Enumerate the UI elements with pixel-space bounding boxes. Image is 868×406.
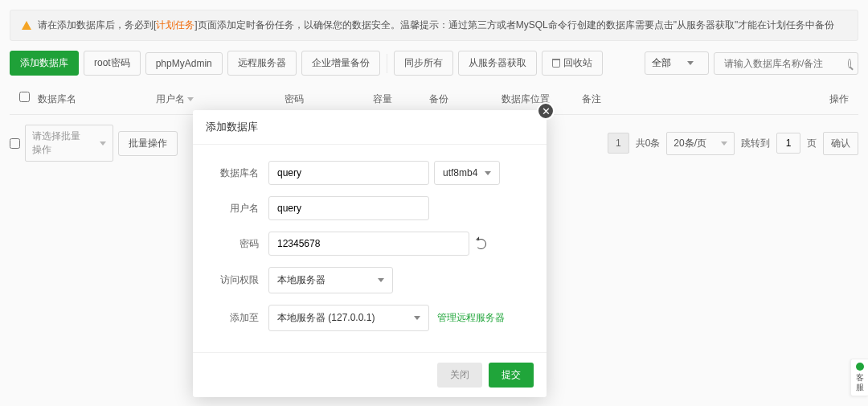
label-addto: 添加至 [212, 311, 268, 325]
modal-submit-button[interactable]: 提交 [489, 363, 534, 388]
service-icon [856, 363, 864, 371]
perm-value: 本地服务器 [277, 273, 326, 287]
label-user: 用户名 [212, 202, 268, 215]
dbname-input[interactable] [268, 161, 429, 185]
addto-select[interactable]: 本地服务器 (127.0.0.1) [268, 305, 429, 331]
label-perm: 访问权限 [212, 273, 268, 287]
add-db-modal: ✕ 添加数据库 数据库名 utf8mb4 用户名 密码 访问权限 本地服务器 添… [193, 110, 547, 397]
pwd-input[interactable] [268, 232, 469, 256]
modal-title: 添加数据库 [193, 110, 547, 145]
customer-service-tab[interactable]: 客服 [850, 359, 868, 396]
service-label: 客服 [856, 373, 864, 392]
refresh-icon[interactable] [476, 239, 486, 249]
addto-value: 本地服务器 (127.0.0.1) [277, 311, 375, 325]
modal-close-button[interactable]: ✕ [537, 102, 555, 120]
manage-remote-link[interactable]: 管理远程服务器 [437, 311, 505, 325]
charset-select[interactable]: utf8mb4 [434, 161, 500, 185]
modal-cancel-button[interactable]: 关闭 [437, 363, 482, 388]
user-input[interactable] [268, 196, 429, 220]
perm-select[interactable]: 本地服务器 [268, 267, 393, 293]
charset-value: utf8mb4 [443, 167, 477, 178]
label-dbname: 数据库名 [212, 166, 268, 180]
label-pwd: 密码 [212, 237, 268, 251]
